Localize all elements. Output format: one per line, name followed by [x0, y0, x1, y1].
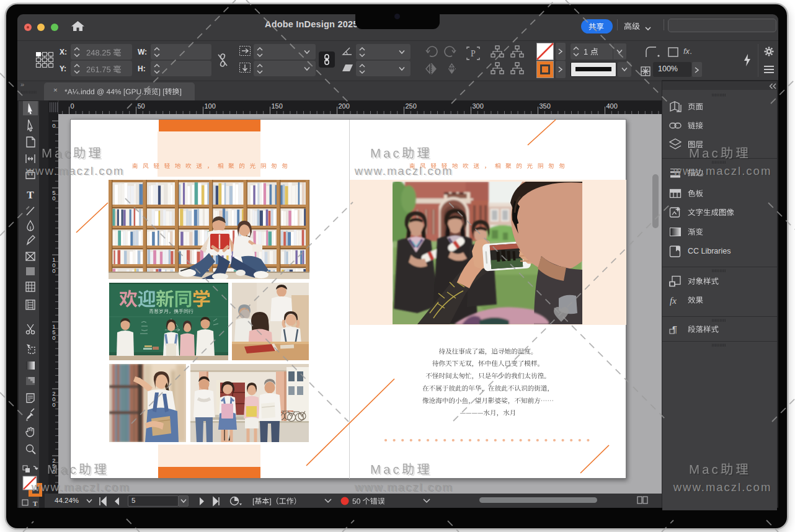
svg-text:www.maczl.com: www.maczl.com [354, 164, 453, 177]
svg-text:www.maczl.com: www.maczl.com [354, 481, 453, 494]
svg-text:www.maczl.com: www.maczl.com [31, 481, 130, 494]
svg-text:www.maczl.com: www.maczl.com [673, 164, 772, 177]
svg-text:www.maczl.com: www.maczl.com [673, 481, 772, 494]
svg-text:www.maczl.com: www.maczl.com [25, 164, 125, 177]
